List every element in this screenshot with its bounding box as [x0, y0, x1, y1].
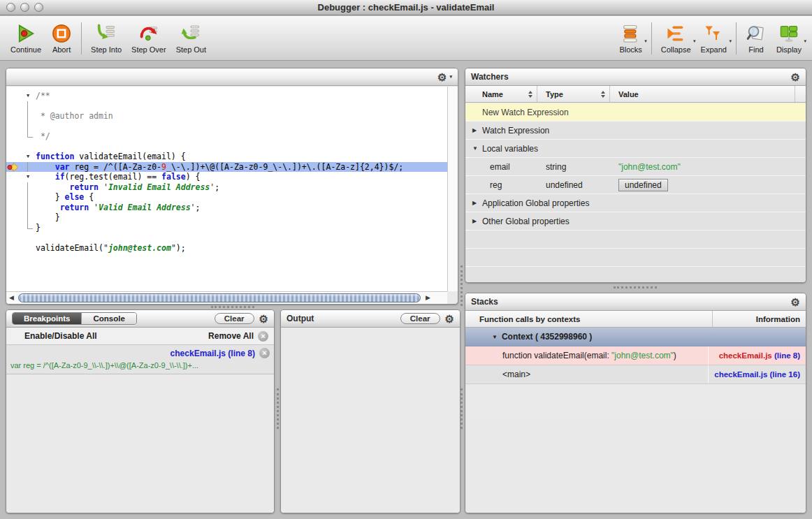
toolbar-view-group: ▾Blocks▾Collapse▾ExpandFind▾Display	[614, 22, 806, 55]
code-line[interactable]	[6, 142, 447, 152]
column-header-name[interactable]: Name	[465, 86, 537, 102]
watch-group-local-variables[interactable]: ▼Local variables	[465, 140, 806, 158]
vertical-splitter[interactable]	[461, 265, 463, 306]
gear-icon[interactable]: ⚙	[259, 314, 268, 324]
frame-location-link[interactable]: checkEmail.js (line 16)	[708, 365, 806, 383]
fold-toggle-icon[interactable]: ▼	[20, 91, 36, 101]
column-header-information[interactable]: Information	[712, 311, 806, 327]
breakpoint-location-link[interactable]: checkEmail.js (line 8)	[171, 349, 255, 358]
gear-icon[interactable]: ⚙	[445, 314, 454, 324]
watch-group-application-global-properties[interactable]: ▶Application Global properties	[465, 194, 806, 212]
watchers-title: Watchers	[471, 72, 509, 82]
collapse-button[interactable]: ▾Collapse	[656, 22, 696, 55]
gutter	[6, 91, 20, 101]
tab-console[interactable]: Console	[81, 313, 136, 324]
gutter	[6, 233, 20, 243]
code-line[interactable]: ▼ if(reg.test(email) == false) {	[6, 172, 447, 182]
code-line[interactable]: ▼/**	[6, 91, 447, 101]
scroll-left-arrow-icon[interactable]: ◀	[9, 294, 14, 301]
code-line[interactable]: }	[6, 223, 447, 233]
editor-horizontal-scrollbar[interactable]: ◀ ▶	[6, 291, 447, 304]
breakpoint-entry[interactable]: checkEmail.js (line 8) var reg = /^([A-Z…	[6, 345, 274, 374]
vertical-splitter[interactable]	[461, 388, 463, 429]
display-button[interactable]: ▾Display	[771, 22, 806, 55]
vertical-splitter[interactable]	[277, 388, 279, 429]
horizontal-splitter[interactable]	[211, 306, 254, 308]
gutter	[6, 243, 20, 254]
remove-all-icon[interactable]	[258, 331, 268, 342]
step-into-button[interactable]: Step Into	[86, 22, 126, 55]
fold-toggle-icon[interactable]: ▼	[20, 172, 36, 182]
horizontal-splitter[interactable]	[614, 286, 657, 288]
column-header-value[interactable]: Value	[610, 86, 795, 102]
code-line[interactable]: return 'Invalid Email Address';	[6, 182, 447, 193]
abort-button[interactable]: Abort	[46, 22, 77, 55]
code-line[interactable]	[6, 233, 447, 243]
stacks-table-header: Function calls by contexts Information	[465, 311, 806, 328]
watch-variable-row[interactable]: regundefinedundefined	[465, 176, 806, 194]
watch-group-watch-expression[interactable]: ▶Watch Expression	[465, 122, 806, 140]
code-line[interactable]: }	[6, 212, 447, 223]
frame-location-link[interactable]: checkEmail.js (line 8)	[708, 346, 806, 365]
enable-disable-all-button[interactable]: Enable/Disable All	[24, 331, 97, 341]
stack-frame-row[interactable]: function validateEmail(email: "john@test…	[465, 346, 806, 365]
remove-all-button[interactable]: Remove All	[208, 331, 254, 341]
code-line[interactable]: validateEmail("john@test.com");	[6, 243, 447, 254]
gear-icon[interactable]: ⚙	[437, 72, 447, 82]
code-line[interactable]: return 'Valid Email Address';	[6, 203, 447, 213]
code-line[interactable]: var reg = /^([A-Za-z0-9_\-\.])+\@([A-Za-…	[6, 162, 447, 173]
dropdown-caret-icon: ▾	[804, 38, 806, 44]
chevron-down-icon[interactable]: ▼	[472, 145, 481, 152]
chevron-right-icon[interactable]: ▶	[472, 200, 481, 206]
blocks-button[interactable]: ▾Blocks	[614, 22, 646, 55]
code-line[interactable]: */	[6, 131, 447, 142]
stacks-panel-header: Stacks ⚙	[465, 293, 806, 311]
watch-variable-row[interactable]: emailstring"john@test.com"	[465, 158, 806, 176]
gear-icon[interactable]: ⚙	[791, 297, 800, 307]
breakpoints-console-tabs: Breakpoints Console	[12, 312, 137, 325]
watch-row-new-expression[interactable]: New Watch Expression	[465, 103, 806, 122]
sort-icon	[601, 91, 605, 98]
gear-icon[interactable]: ⚙	[791, 72, 800, 82]
fold-gutter	[20, 243, 36, 254]
clear-button[interactable]: Clear	[400, 313, 440, 324]
stack-frame-row[interactable]: <main>checkEmail.js (line 16)	[465, 365, 806, 384]
stack-context-row[interactable]: ▼ Context ( 4352998960 )	[465, 328, 806, 346]
code-text: var reg = /^([A-Za-z0-9_\-\.])+\@([A-Za-…	[36, 162, 447, 173]
code-line[interactable]	[6, 122, 447, 132]
code-text: /**	[36, 91, 447, 101]
clear-button[interactable]: Clear	[215, 313, 254, 324]
toolbar-button-label: Step Out	[176, 45, 206, 54]
column-header-function-calls[interactable]: Function calls by contexts	[465, 315, 712, 323]
continue-button[interactable]: Continue	[6, 22, 46, 55]
scroll-right-arrow-icon[interactable]: ▶	[426, 294, 430, 301]
code-line[interactable]: ▼function validateEmail(email) {	[6, 152, 447, 162]
watch-group-other-global-properties[interactable]: ▶Other Global properties	[465, 212, 806, 231]
code-editor[interactable]: ▼/** * @author admin */▼function validat…	[6, 87, 447, 291]
output-content	[281, 328, 460, 513]
find-button[interactable]: Find	[741, 22, 771, 55]
variable-value: undefined	[610, 179, 806, 191]
code-line[interactable]: * @author admin	[6, 111, 447, 122]
expand-button[interactable]: ▾Expand	[696, 22, 732, 55]
code-line[interactable]	[6, 101, 447, 112]
scrollbar-thumb[interactable]	[18, 293, 421, 302]
editor-vertical-scrollbar[interactable]	[447, 87, 458, 291]
current-line-breakpoint-marker[interactable]	[6, 162, 20, 173]
chevron-down-icon[interactable]: ▼	[492, 334, 498, 340]
step-out-button[interactable]: Step Out	[171, 22, 211, 55]
remove-breakpoint-icon[interactable]	[259, 348, 270, 358]
chevron-right-icon[interactable]: ▶	[472, 127, 481, 133]
tab-breakpoints[interactable]: Breakpoints	[13, 313, 81, 324]
column-header-type[interactable]: Type	[537, 86, 610, 102]
gutter	[6, 111, 20, 122]
chevron-right-icon[interactable]: ▶	[472, 218, 481, 224]
code-text: function validateEmail(email) {	[36, 152, 447, 162]
toolbar-separator	[736, 22, 737, 54]
code-line[interactable]: } else {	[6, 192, 447, 203]
output-panel-header: Output Clear ⚙	[281, 310, 460, 328]
gutter	[6, 203, 20, 213]
step-over-button[interactable]: Step Over	[126, 22, 171, 55]
fold-toggle-icon[interactable]: ▼	[20, 152, 36, 162]
gutter	[6, 212, 20, 223]
